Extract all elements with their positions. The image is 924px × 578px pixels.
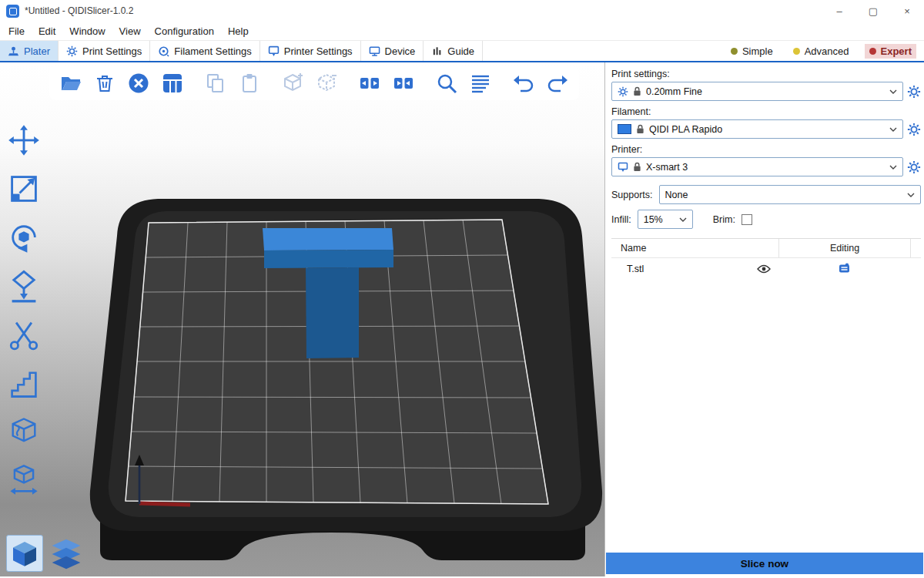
guide-icon <box>431 45 443 57</box>
supports-label: Supports: <box>611 190 653 200</box>
delete-all-button[interactable] <box>123 68 154 99</box>
lock-icon <box>633 162 641 172</box>
filament-color-swatch <box>618 124 631 134</box>
infill-combo[interactable]: 15% <box>638 210 693 229</box>
menu-edit[interactable]: Edit <box>32 22 62 40</box>
printer-gear-button[interactable] <box>907 160 921 174</box>
column-header-name: Name <box>611 243 778 254</box>
tab-printer-settings[interactable]: Printer Settings <box>260 41 361 61</box>
paste-button[interactable] <box>234 68 265 99</box>
printer-settings-icon <box>268 45 280 57</box>
mode-advanced[interactable]: Advanced <box>788 44 854 59</box>
menu-view[interactable]: View <box>112 22 148 40</box>
split-to-parts-button[interactable] <box>388 68 419 99</box>
printer-icon <box>618 162 628 173</box>
brim-checkbox[interactable] <box>742 214 752 225</box>
tab-device[interactable]: Device <box>361 41 424 61</box>
menu-help[interactable]: Help <box>221 22 256 40</box>
open-folder-button[interactable] <box>55 68 86 99</box>
mode-switcher: Simple Advanced Expert <box>726 41 924 61</box>
delete-icon <box>93 72 116 95</box>
place-on-face-tool-button[interactable] <box>3 267 45 305</box>
rotate-tool-button[interactable] <box>3 218 45 257</box>
tab-guide[interactable]: Guide <box>424 41 483 61</box>
object-list-header: Name Editing <box>611 239 921 258</box>
search-icon <box>435 72 458 95</box>
infill-value: 15% <box>644 214 663 225</box>
menu-window[interactable]: Window <box>62 22 112 40</box>
tab-label: Plater <box>24 45 50 57</box>
object-settings-icon[interactable] <box>839 263 850 274</box>
supports-combo[interactable]: None <box>659 185 921 204</box>
menu-file[interactable]: File <box>2 22 32 40</box>
move-tool-button[interactable] <box>3 121 45 160</box>
mode-label: Simple <box>742 45 773 57</box>
model-top-face <box>263 228 393 250</box>
brim-label: Brim: <box>713 214 735 225</box>
chevron-down-icon <box>889 127 897 132</box>
paint-supports-icon <box>7 366 41 400</box>
infill-label: Infill: <box>611 214 631 225</box>
print-settings-value: 0.20mm Fine <box>646 86 702 97</box>
object-row-tstl[interactable]: T.stl <box>611 258 921 279</box>
filament-settings-icon <box>158 45 169 57</box>
remove-instance-button[interactable] <box>311 68 342 99</box>
tab-filament-settings[interactable]: Filament Settings <box>150 41 259 61</box>
delete-button[interactable] <box>89 68 120 99</box>
tab-bar: Plater Print Settings Filament Settings … <box>0 40 924 62</box>
printer-combo[interactable]: X-smart 3 <box>611 157 903 176</box>
window-title: *Untitled - QIDISlicer-1.0.2 <box>25 5 133 16</box>
filament-value: QIDI PLA Rapido <box>649 124 722 135</box>
variable-layer-height-button[interactable] <box>465 68 496 99</box>
tab-print-settings[interactable]: Print Settings <box>59 41 150 61</box>
filament-combo[interactable]: QIDI PLA Rapido <box>611 119 903 139</box>
split-to-objects-button[interactable] <box>354 68 385 99</box>
mode-expert[interactable]: Expert <box>865 44 916 59</box>
preview-layers-view-button[interactable] <box>48 535 85 572</box>
redo-button[interactable] <box>542 68 573 99</box>
3d-viewport[interactable] <box>0 62 604 576</box>
scale-tool-button[interactable] <box>3 170 45 208</box>
3d-view-cube-icon <box>9 538 40 569</box>
paste-icon <box>238 72 261 95</box>
window-controls: – ▢ × <box>822 0 924 22</box>
search-button[interactable] <box>431 68 462 99</box>
minimize-button[interactable]: – <box>822 0 856 22</box>
arrange-button[interactable] <box>157 68 188 99</box>
place-on-face-icon <box>7 269 41 303</box>
3d-editor-view-button[interactable] <box>6 535 43 572</box>
print-settings-label: Print settings: <box>611 69 921 79</box>
cut-icon <box>7 318 41 351</box>
measure-tool-button[interactable] <box>3 461 45 499</box>
filament-gear-button[interactable] <box>907 123 921 136</box>
tab-plater[interactable]: Plater <box>0 41 59 61</box>
3d-scene <box>0 62 604 576</box>
close-button[interactable]: × <box>890 0 924 22</box>
add-instance-icon <box>281 72 304 95</box>
top-toolbar <box>49 66 579 100</box>
copy-button[interactable] <box>200 68 231 99</box>
cut-tool-button[interactable] <box>3 315 45 354</box>
tab-label: Filament Settings <box>174 45 251 57</box>
chevron-down-icon <box>679 217 687 222</box>
lock-icon <box>633 86 641 96</box>
measure-icon <box>7 463 41 497</box>
visibility-eye-icon[interactable] <box>757 264 771 274</box>
supports-value: None <box>665 190 688 200</box>
maximize-button[interactable]: ▢ <box>856 0 890 22</box>
printer-label: Printer: <box>611 144 921 155</box>
print-settings-combo[interactable]: 0.20mm Fine <box>611 82 903 101</box>
add-instance-button[interactable] <box>277 68 308 99</box>
slice-now-button[interactable]: Slice now <box>606 553 923 574</box>
mode-simple[interactable]: Simple <box>726 44 778 59</box>
copy-icon <box>204 72 227 95</box>
undo-button[interactable] <box>508 68 539 99</box>
seam-tool-button[interactable] <box>3 412 45 451</box>
menu-configuration[interactable]: Configuration <box>148 22 221 40</box>
tab-label: Device <box>385 45 416 57</box>
print-settings-gear-button[interactable] <box>907 85 921 99</box>
undo-icon <box>512 72 535 95</box>
delete-all-icon <box>127 72 150 95</box>
split-to-parts-icon <box>392 72 415 95</box>
paint-supports-tool-button[interactable] <box>3 364 45 402</box>
